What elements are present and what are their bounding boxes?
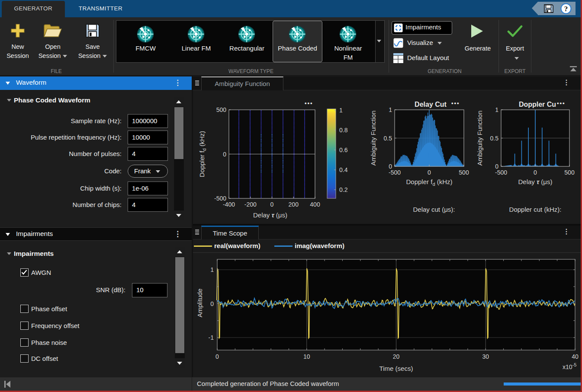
svg-text:30: 30	[482, 353, 489, 360]
svg-text:0: 0	[215, 353, 219, 360]
svg-text:Ambiguity Function: Ambiguity Function	[370, 111, 377, 166]
svg-text:1: 1	[339, 107, 343, 114]
svg-text:0.8: 0.8	[339, 127, 348, 134]
svg-text:Doppler fd (kHz): Doppler fd (kHz)	[406, 178, 453, 187]
svg-text:0.6: 0.6	[339, 147, 348, 153]
svg-text:Delay cut (μs):: Delay cut (μs):	[413, 206, 455, 213]
svg-text:0: 0	[210, 300, 214, 307]
svg-text:500: 500	[564, 169, 575, 176]
svg-text:Delay τ (μs): Delay τ (μs)	[518, 178, 553, 185]
svg-text:-500: -500	[495, 169, 507, 176]
svg-text:•••: •••	[557, 100, 566, 106]
svg-text:40: 40	[572, 353, 579, 360]
svg-text:Amplitude: Amplitude	[196, 289, 203, 318]
svg-text:500: 500	[459, 169, 469, 176]
svg-text:0: 0	[428, 169, 431, 176]
svg-text:500: 500	[216, 106, 227, 113]
svg-text:0: 0	[270, 201, 274, 208]
svg-text:Ambiguity Function: Ambiguity Function	[476, 111, 483, 166]
svg-text:Delay τ (μs): Delay τ (μs)	[253, 211, 287, 219]
svg-text:•••: •••	[451, 100, 460, 106]
svg-text:10: 10	[303, 353, 310, 360]
svg-text:-1: -1	[209, 334, 214, 341]
svg-text:Doppler fd (kHz): Doppler fd (kHz)	[198, 131, 207, 177]
svg-text:0.4: 0.4	[339, 166, 348, 173]
svg-text:?: ?	[564, 5, 568, 13]
svg-text:x10-5: x10-5	[563, 362, 576, 370]
svg-text:0.5: 0.5	[490, 135, 499, 142]
svg-text:1: 1	[210, 266, 214, 273]
svg-text:-400: -400	[223, 201, 235, 208]
svg-text:0: 0	[534, 169, 537, 176]
svg-text:1: 1	[389, 106, 392, 113]
svg-text:0.2: 0.2	[339, 186, 348, 193]
svg-text:400: 400	[310, 201, 320, 208]
svg-text:0.5: 0.5	[384, 135, 392, 142]
svg-text:-200: -200	[244, 201, 257, 208]
svg-text:200: 200	[289, 201, 299, 208]
svg-text:1: 1	[495, 106, 498, 113]
svg-text:0: 0	[223, 151, 226, 158]
svg-text:-500: -500	[389, 169, 401, 176]
svg-text:Time (secs): Time (secs)	[379, 365, 413, 372]
svg-text:•••: •••	[305, 100, 313, 106]
svg-text:20: 20	[393, 353, 400, 360]
svg-text:Doppler cut (kHz):: Doppler cut (kHz):	[509, 206, 562, 213]
svg-text:Delay Cut: Delay Cut	[415, 101, 447, 108]
svg-text:Doppler Cu: Doppler Cu	[519, 101, 556, 108]
